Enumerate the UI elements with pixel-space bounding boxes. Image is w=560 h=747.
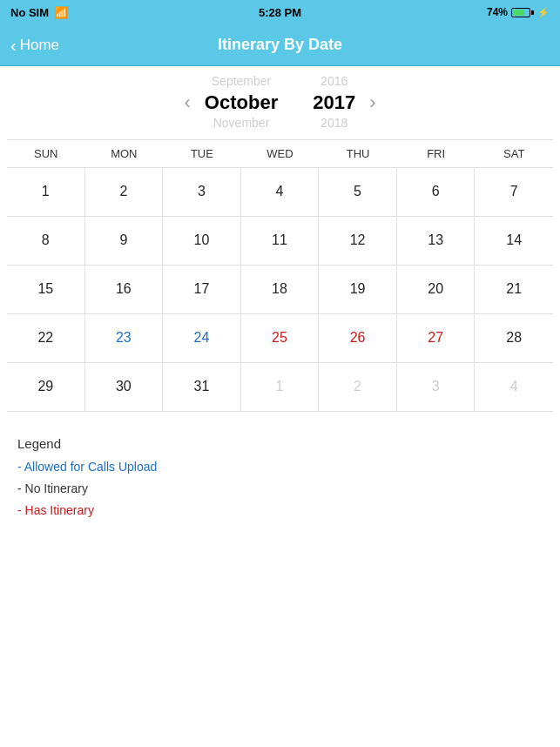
table-row[interactable]: 18 bbox=[241, 266, 320, 314]
wifi-icon: 📶 bbox=[54, 6, 68, 19]
current-month-label: October bbox=[205, 91, 278, 116]
table-row[interactable]: 26 bbox=[319, 314, 397, 363]
table-row[interactable]: 19 bbox=[319, 266, 397, 314]
prev-month-label: September bbox=[212, 73, 271, 91]
table-row[interactable]: 29 bbox=[7, 363, 85, 412]
battery-icon bbox=[511, 8, 534, 17]
table-row[interactable]: 3 bbox=[163, 168, 241, 217]
calendar-container: ‹ September October November 2016 2017 2… bbox=[0, 66, 560, 412]
status-time: 5:28 PM bbox=[259, 6, 301, 19]
page-title: Itinerary By Date bbox=[218, 36, 342, 54]
table-row[interactable]: 10 bbox=[163, 217, 241, 266]
nav-bar: ‹ Home Itinerary By Date bbox=[0, 24, 560, 66]
back-button[interactable]: ‹ Home bbox=[10, 37, 59, 54]
prev-year-label: 2016 bbox=[320, 73, 347, 91]
table-row[interactable]: 12 bbox=[319, 217, 397, 266]
next-year-label: 2018 bbox=[320, 115, 347, 132]
day-header-thu: THU bbox=[319, 140, 397, 167]
day-header-tue: TUE bbox=[163, 140, 241, 167]
table-row[interactable]: 20 bbox=[397, 266, 476, 314]
prev-month-button[interactable]: ‹ bbox=[171, 91, 205, 114]
legend-item-allowed: - Allowed for Calls Upload bbox=[17, 456, 543, 478]
day-headers: SUN MON TUE WED THU FRI SAT bbox=[7, 139, 553, 168]
table-row[interactable]: 8 bbox=[7, 217, 85, 266]
month-column: September October November bbox=[205, 73, 278, 132]
table-row[interactable]: 5 bbox=[319, 168, 397, 217]
calendar-grid: 1234567891011121314151617181920212223242… bbox=[7, 168, 553, 412]
legend-item-has-itinerary: - Has Itinerary bbox=[17, 500, 543, 522]
next-month-button[interactable]: › bbox=[355, 91, 389, 114]
table-row[interactable]: 1 bbox=[7, 168, 85, 217]
back-label: Home bbox=[20, 37, 59, 54]
table-row[interactable]: 24 bbox=[163, 314, 241, 363]
table-row[interactable]: 27 bbox=[397, 314, 476, 363]
year-column: 2016 2017 2018 bbox=[313, 73, 355, 132]
table-row[interactable]: 11 bbox=[241, 217, 320, 266]
table-row[interactable]: 22 bbox=[7, 314, 85, 363]
table-row[interactable]: 7 bbox=[475, 168, 553, 217]
month-year-picker: ‹ September October November 2016 2017 2… bbox=[7, 66, 553, 136]
legend-title: Legend bbox=[17, 436, 543, 451]
day-header-fri: FRI bbox=[397, 140, 476, 167]
carrier-label: No SIM bbox=[10, 6, 49, 19]
table-row[interactable]: 15 bbox=[7, 266, 85, 314]
table-row[interactable]: 31 bbox=[163, 363, 241, 412]
status-bar: No SIM 📶 5:28 PM 74% ⚡ bbox=[0, 0, 560, 24]
legend-section: Legend - Allowed for Calls Upload - No I… bbox=[0, 412, 560, 536]
table-row[interactable]: 3 bbox=[397, 363, 476, 412]
table-row[interactable]: 2 bbox=[319, 363, 397, 412]
status-right: 74% ⚡ bbox=[487, 6, 550, 18]
battery-percent: 74% bbox=[487, 6, 508, 18]
table-row[interactable]: 28 bbox=[475, 314, 553, 363]
table-row[interactable]: 1 bbox=[241, 363, 320, 412]
table-row[interactable]: 21 bbox=[475, 266, 553, 314]
day-header-wed: WED bbox=[241, 140, 320, 167]
status-left: No SIM 📶 bbox=[10, 6, 68, 19]
table-row[interactable]: 13 bbox=[397, 217, 476, 266]
legend-item-no-itinerary: - No Itinerary bbox=[17, 478, 543, 500]
table-row[interactable]: 14 bbox=[475, 217, 553, 266]
table-row[interactable]: 17 bbox=[163, 266, 241, 314]
charging-icon: ⚡ bbox=[537, 7, 550, 18]
table-row[interactable]: 30 bbox=[85, 363, 164, 412]
table-row[interactable]: 16 bbox=[85, 266, 164, 314]
day-header-mon: MON bbox=[85, 140, 164, 167]
table-row[interactable]: 25 bbox=[241, 314, 320, 363]
day-header-sun: SUN bbox=[7, 140, 85, 167]
table-row[interactable]: 4 bbox=[241, 168, 320, 217]
current-year-label: 2017 bbox=[313, 91, 355, 116]
day-header-sat: SAT bbox=[475, 140, 553, 167]
table-row[interactable]: 23 bbox=[85, 314, 164, 363]
next-month-label: November bbox=[213, 115, 270, 132]
table-row[interactable]: 4 bbox=[475, 363, 553, 412]
table-row[interactable]: 6 bbox=[397, 168, 476, 217]
table-row[interactable]: 2 bbox=[85, 168, 164, 217]
back-arrow-icon: ‹ bbox=[10, 37, 17, 54]
picker-inner: September October November 2016 2017 201… bbox=[205, 73, 355, 132]
table-row[interactable]: 9 bbox=[85, 217, 164, 266]
